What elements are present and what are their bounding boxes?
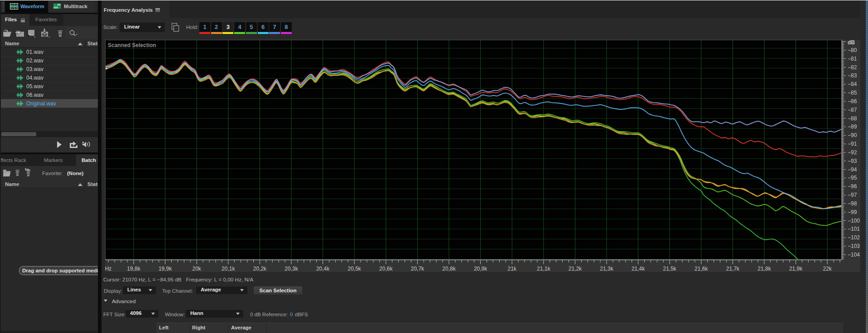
- svg-text:−80: −80: [848, 47, 857, 53]
- svg-text:−91: −91: [848, 141, 857, 147]
- svg-text:20,1k: 20,1k: [222, 266, 235, 272]
- svg-text:−82: −82: [848, 64, 857, 71]
- svg-text:−84: −84: [848, 81, 857, 87]
- svg-text:20,7k: 20,7k: [411, 266, 424, 272]
- svg-text:−88: −88: [848, 115, 857, 122]
- svg-text:−90: −90: [848, 132, 857, 138]
- svg-text:Scanned Selection: Scanned Selection: [108, 42, 156, 48]
- svg-text:20k: 20k: [193, 266, 202, 272]
- svg-text:20,4k: 20,4k: [316, 266, 330, 272]
- svg-text:21,1k: 21,1k: [537, 266, 550, 272]
- svg-text:−81: −81: [848, 56, 857, 62]
- svg-text:−87: −87: [848, 107, 857, 113]
- svg-text:−85: −85: [848, 90, 857, 96]
- svg-text:−99: −99: [848, 209, 857, 215]
- svg-text:20,3k: 20,3k: [285, 266, 298, 272]
- svg-text:−83: −83: [848, 72, 857, 79]
- svg-text:−95: −95: [848, 175, 857, 181]
- svg-text:−86: −86: [848, 98, 857, 105]
- svg-text:21k: 21k: [508, 266, 517, 272]
- svg-text:21,2k: 21,2k: [569, 266, 582, 272]
- svg-text:20,9k: 20,9k: [474, 266, 487, 272]
- svg-text:20,5k: 20,5k: [348, 266, 362, 272]
- svg-text:21,6k: 21,6k: [694, 266, 708, 272]
- svg-text:−94: −94: [848, 166, 857, 173]
- svg-text:−97: −97: [848, 192, 857, 198]
- svg-text:20,8k: 20,8k: [442, 266, 456, 272]
- svg-text:22k: 22k: [823, 266, 832, 272]
- svg-text:−89: −89: [848, 124, 857, 130]
- svg-text:19,8k: 19,8k: [127, 266, 140, 272]
- svg-text:−102: −102: [848, 234, 860, 241]
- svg-text:−101: −101: [848, 226, 860, 232]
- svg-text:−100: −100: [848, 218, 860, 224]
- svg-text:21,4k: 21,4k: [632, 266, 645, 272]
- svg-text:−103: −103: [848, 243, 860, 249]
- svg-text:21,5k: 21,5k: [663, 266, 677, 272]
- svg-text:21,9k: 21,9k: [789, 266, 803, 272]
- svg-text:−92: −92: [848, 149, 857, 156]
- svg-text:−96: −96: [848, 183, 857, 190]
- svg-text:Hz: Hz: [105, 266, 111, 272]
- svg-text:21,8k: 21,8k: [757, 266, 771, 272]
- svg-text:20,2k: 20,2k: [253, 266, 267, 272]
- svg-text:dB: dB: [848, 40, 855, 46]
- svg-text:21,3k: 21,3k: [600, 266, 613, 272]
- svg-text:−98: −98: [848, 200, 857, 207]
- svg-text:−104: −104: [848, 252, 860, 258]
- svg-text:20,6k: 20,6k: [379, 266, 393, 272]
- svg-text:21,7k: 21,7k: [726, 266, 740, 272]
- svg-text:19,9k: 19,9k: [159, 266, 172, 272]
- svg-text:−93: −93: [848, 158, 857, 164]
